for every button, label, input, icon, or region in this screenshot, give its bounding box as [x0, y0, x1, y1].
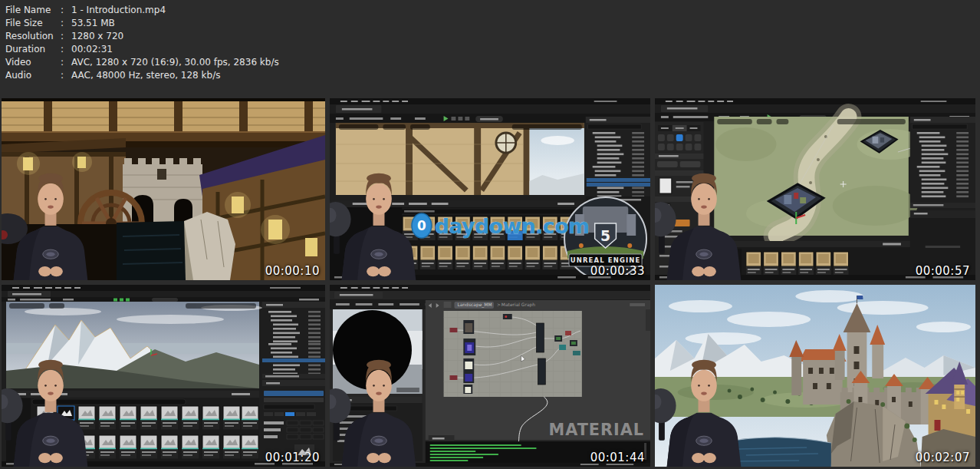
video-thumbnail-2: 5 UNREAL ENGINE 0 daydown.com 00:00:33 — [330, 98, 650, 280]
video-thumbnail-3: 00:00:57 — [655, 98, 975, 280]
presenter-figure — [661, 353, 747, 467]
metadata-value: 00:02:31 — [71, 43, 113, 56]
material-watermark: MATERIAL — [549, 421, 645, 439]
metadata-separator: : — [61, 69, 71, 82]
canal-water — [117, 221, 186, 280]
metadata-row: File Size:53.51 MB — [5, 17, 980, 30]
metadata-label: File Name — [5, 4, 61, 17]
rock-outcrop — [179, 212, 235, 280]
svg-text:>: > — [497, 302, 501, 307]
metadata-separator: : — [61, 43, 71, 56]
svg-text:Material Graph: Material Graph — [502, 302, 535, 308]
timestamp-overlay: 00:00:57 — [916, 264, 970, 278]
metadata-separator: : — [61, 30, 71, 43]
metadata-separator: : — [61, 4, 71, 17]
metadata-row: Audio:AAC, 48000 Hz, stereo, 128 kb/s — [5, 69, 980, 82]
timestamp-overlay: 00:00:33 — [590, 264, 645, 278]
metadata-value: 1 - Introduction.mp4 — [71, 4, 166, 17]
video-thumbnail-5: Landscape_MM > Material Graph — [330, 285, 650, 467]
metadata-row: File Name:1 - Introduction.mp4 — [5, 4, 980, 17]
presenter-figure — [8, 167, 94, 280]
metadata-value: 53.51 MB — [71, 17, 115, 30]
presenter-figure — [8, 353, 94, 467]
red-banner — [935, 420, 941, 431]
stone-gatehouse — [123, 158, 202, 223]
timestamp-overlay: 00:01:44 — [590, 451, 645, 464]
metadata-value: 1280 x 720 — [71, 30, 123, 43]
file-metadata: File Name:1 - Introduction.mp4 File Size… — [0, 0, 980, 98]
metadata-row: Resolution:1280 x 720 — [5, 30, 980, 43]
thumbnail-grid: 00:00:10 — [0, 98, 980, 467]
svg-text:UNREAL ENGINE: UNREAL ENGINE — [571, 256, 641, 264]
timestamp-overlay: 00:00:10 — [265, 264, 320, 278]
presenter-figure — [336, 353, 422, 467]
svg-text:5: 5 — [600, 227, 610, 244]
video-thumbnail-4: 00:01:20 — [2, 285, 325, 467]
metadata-row: Video:AVC, 1280 x 720 (16:9), 30.00 fps,… — [5, 56, 980, 69]
daydown-watermark: 0 daydown.com — [412, 213, 589, 238]
timestamp-overlay: 00:02:07 — [916, 451, 970, 464]
timestamp-overlay: 00:01:20 — [265, 451, 320, 464]
metadata-label: Resolution — [5, 30, 61, 43]
node-graph-panel: Landscape_MM > Material Graph — [426, 300, 650, 444]
video-thumbnail-6: 00:02:07 — [655, 285, 975, 467]
outliner-panel — [910, 117, 975, 280]
presenter-figure — [661, 167, 747, 280]
video-thumbnail-1: 00:00:10 — [2, 98, 325, 280]
presenter-figure — [336, 167, 422, 280]
metadata-row: Duration:00:02:31 — [5, 43, 980, 56]
metadata-label: Duration — [5, 43, 61, 56]
metadata-value: AAC, 48000 Hz, stereo, 128 kb/s — [71, 69, 220, 82]
metadata-label: Video — [5, 56, 61, 69]
metadata-label: Audio — [5, 69, 61, 82]
metadata-value: AVC, 1280 x 720 (16:9), 30.00 fps, 2836 … — [71, 56, 279, 69]
metadata-separator: : — [61, 56, 71, 69]
metadata-separator: : — [61, 17, 71, 30]
metadata-label: File Size — [5, 17, 61, 30]
outliner-panel — [262, 302, 325, 467]
svg-text:daydown.com: daydown.com — [435, 214, 590, 238]
svg-text:Landscape_MM: Landscape_MM — [457, 302, 492, 308]
